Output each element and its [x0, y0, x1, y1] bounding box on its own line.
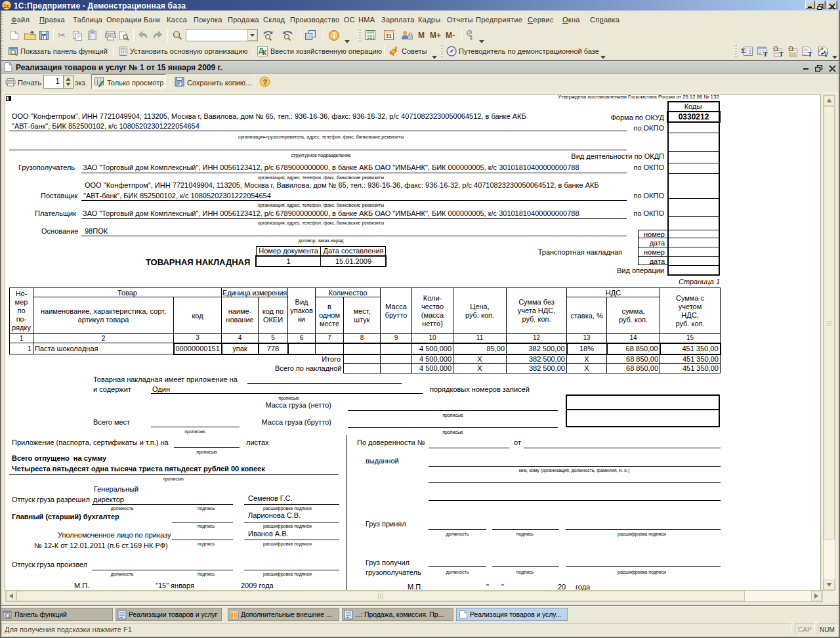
- svg-text:T: T: [808, 51, 812, 57]
- svg-text:31: 31: [386, 33, 392, 39]
- svg-text:?: ?: [394, 45, 398, 53]
- svg-text:?: ?: [263, 78, 268, 86]
- svg-text:Σ: Σ: [741, 47, 746, 54]
- svg-text:T: T: [779, 51, 784, 57]
- svg-text:T: T: [763, 51, 768, 57]
- svg-text:1с: 1с: [3, 3, 10, 9]
- svg-text:T: T: [824, 51, 828, 58]
